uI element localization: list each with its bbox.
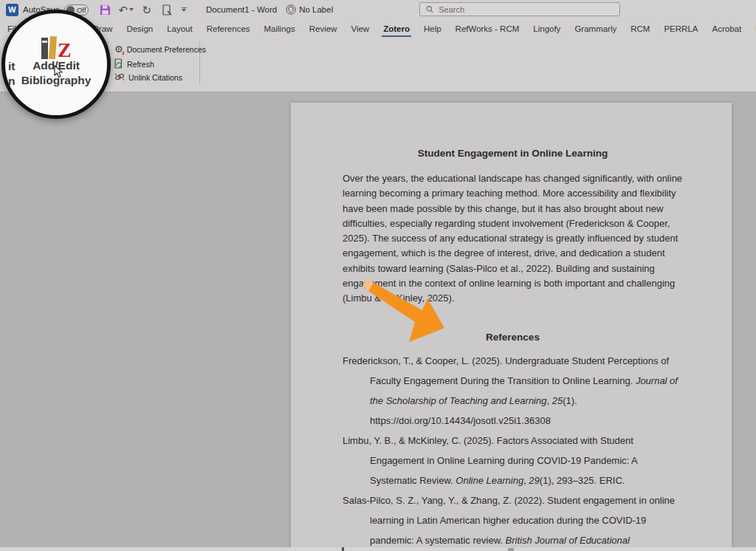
gear-icon: ⚙z [114, 44, 123, 54]
tab-references[interactable]: References [207, 21, 250, 38]
tab-design[interactable]: Design [126, 21, 153, 38]
search-icon [426, 5, 433, 13]
tab-perrla[interactable]: PERRLA [664, 21, 698, 38]
references-list: Frederickson, T., & Cooper, L. (2025). U… [343, 351, 683, 551]
tab-acrobat[interactable]: Acrobat [712, 21, 741, 38]
document-preferences-button[interactable]: ⚙z Document Preferences [114, 44, 206, 54]
ribbon-tabs: FileDrawDesignLayoutReferencesMailingsRe… [0, 19, 756, 38]
quick-access-toolbar: ↶ ↻ [99, 3, 187, 16]
refresh-icon [114, 58, 123, 70]
reference-entry: Frederickson, T., & Cooper, L. (2025). U… [343, 351, 683, 431]
tab-mailings[interactable]: Mailings [264, 21, 295, 38]
annotation-arrow-icon [360, 275, 453, 349]
document-check-icon[interactable] [161, 3, 174, 16]
search-box[interactable] [419, 2, 620, 16]
shield-icon [286, 4, 296, 15]
reference-entry: Limbu, Y. B., & McKinley, C. (2025). Fac… [343, 431, 683, 490]
label-badge-text: No Label [299, 5, 333, 14]
undo-button[interactable]: ↶ [120, 3, 133, 16]
title-bar: W AutoSave Off ↶ ↻ Documen [0, 0, 756, 19]
document-title: Document1 - Word [206, 5, 277, 14]
tab-view[interactable]: View [351, 21, 369, 38]
reference-entry: Salas-Pilco, S. Z., Yang, Y., & Zhang, Z… [343, 490, 683, 551]
ribbon: ⚙z Document Preferences Refresh Unlink C… [0, 38, 756, 92]
tab-review[interactable]: Review [309, 21, 337, 38]
tab-lingofy[interactable]: Lingofy [533, 21, 560, 38]
redo-button[interactable]: ↻ [140, 3, 154, 16]
unlink-citations-button[interactable]: Unlink Citations [114, 72, 182, 83]
tab-rcm[interactable]: RCM [630, 21, 650, 38]
status-bar [0, 547, 756, 551]
autosave-state: Off [77, 6, 86, 14]
refresh-button[interactable]: Refresh [114, 58, 154, 70]
svg-text:Z: Z [58, 38, 72, 61]
tab-grammarly[interactable]: Grammarly [574, 21, 616, 38]
mouse-cursor-icon [54, 65, 64, 78]
save-button[interactable] [99, 3, 112, 16]
sensitivity-label-badge[interactable]: No Label [286, 4, 333, 15]
doc-heading: Student Engagement in Online Learning [343, 147, 683, 160]
magnifier-overlay: Z it n Add/Edit Bibliography [1, 10, 111, 119]
tab-zotero[interactable]: Zotero [383, 21, 410, 38]
tab-layout[interactable]: Layout [167, 21, 193, 38]
customize-qat-button[interactable] [182, 7, 187, 12]
tab-refworks-rcm[interactable]: RefWorks - RCM [456, 21, 520, 38]
unlink-icon [114, 72, 125, 83]
document-page[interactable]: Student Engagement in Online Learning Ov… [291, 103, 732, 547]
tab-help[interactable]: Help [424, 21, 441, 38]
word-logo-icon: W [6, 4, 18, 16]
undo-dropdown-icon[interactable] [129, 8, 134, 11]
search-input[interactable] [439, 5, 614, 14]
